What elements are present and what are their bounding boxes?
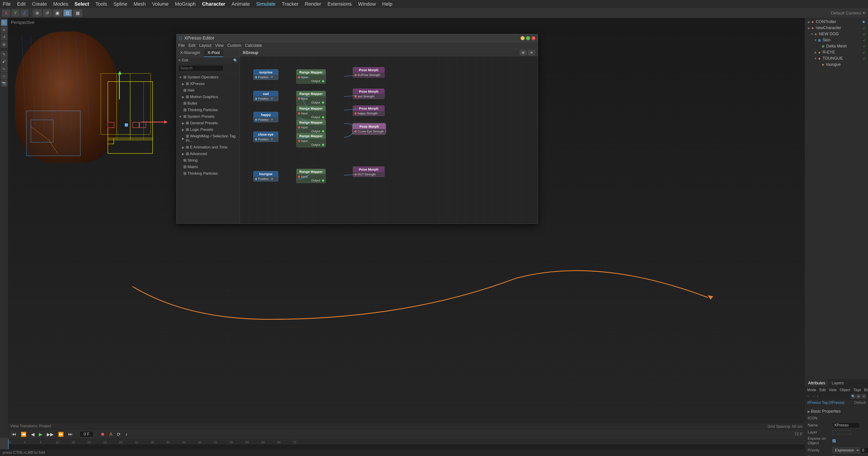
- tool-polygon[interactable]: ◇: [1, 73, 7, 79]
- menu-animate[interactable]: Animate: [231, 1, 250, 7]
- attr-dropdown-priority[interactable]: Expression Initial Animation Generators: [833, 447, 860, 453]
- node-rm-closeeye[interactable]: Range Mapper Input Output: [296, 133, 326, 147]
- attr-layer-swatch[interactable]: [833, 430, 850, 434]
- tool-pointer[interactable]: ↖: [1, 20, 7, 26]
- transport-next-key[interactable]: ⏩: [57, 431, 65, 437]
- tool-camera[interactable]: 📷: [1, 80, 7, 86]
- menu-spline[interactable]: Spline: [114, 1, 127, 7]
- attr-section-basic-props[interactable]: ▶ Basic Properties: [808, 408, 865, 415]
- menu-tracker[interactable]: Tracker: [282, 1, 299, 7]
- xp-tree-item-thinking2[interactable]: ⊞ Thinking Particles: [177, 170, 240, 177]
- tool-paint[interactable]: 🖌: [1, 58, 7, 65]
- xp-tree-item-general-presets[interactable]: ▶ ⊞ General Presets: [177, 120, 240, 126]
- loop-btn[interactable]: ⟳: [116, 431, 122, 437]
- node-rm-surprise[interactable]: Range Mapper Input Output: [296, 69, 326, 84]
- menu-mograph[interactable]: MoGraph: [175, 1, 196, 7]
- tree-item-toungue[interactable]: ▼ ◈ TOUNGUE ✓: [806, 55, 867, 62]
- attr-object-tab[interactable]: Object: [838, 388, 851, 392]
- xp-tree-item-mograph[interactable]: ▶ ⊞ Motion Graphics: [177, 94, 240, 100]
- toolbar-z-axis[interactable]: Z: [21, 10, 28, 17]
- menu-window[interactable]: Window: [358, 1, 376, 7]
- node-toungue[interactable]: toungue Position · X: [253, 171, 278, 182]
- toolbar-btn-4[interactable]: ⊡: [63, 9, 72, 17]
- autokey-btn[interactable]: A: [108, 431, 114, 437]
- tree-item-reye[interactable]: ▶ ◈ R-EYE ✓: [806, 49, 867, 55]
- menu-mesh[interactable]: Mesh: [133, 1, 146, 7]
- menu-render[interactable]: Render: [305, 1, 321, 7]
- menu-extensions[interactable]: Extensions: [328, 1, 352, 7]
- transport-play-fwd[interactable]: ▶▶: [45, 431, 55, 437]
- xp-tree-item-string[interactable]: ⊞ String: [177, 157, 240, 164]
- node-surprise[interactable]: surprise Position · Y: [253, 69, 278, 80]
- menu-modes[interactable]: Modes: [53, 1, 68, 7]
- xp-menu-calculate[interactable]: Calculate: [245, 43, 262, 48]
- tree-item-toungue-sub[interactable]: ◈ toungue: [806, 62, 867, 68]
- xp-tree-item-hair[interactable]: ⊞ Hair: [177, 87, 240, 94]
- xp-tree-item-xpresso[interactable]: ▶ ⊞ XPresso: [177, 80, 240, 87]
- menu-character[interactable]: Character: [202, 1, 225, 7]
- node-rm-happy[interactable]: Range Mapper Input Output: [296, 120, 326, 134]
- xp-tree-item-animation-time[interactable]: ▶ ⊞ E Animation and Time: [177, 144, 240, 151]
- node-pm-toungue[interactable]: Pose Morph OUT Strength: [353, 166, 384, 177]
- menu-volume[interactable]: Volume: [152, 1, 168, 7]
- node-pm-surprise[interactable]: Pose Morph SUPrise Strength: [353, 67, 384, 77]
- attr-nav-up[interactable]: ↑: [817, 394, 818, 398]
- tool-scale[interactable]: ⊞: [1, 41, 7, 47]
- transport-to-start[interactable]: ⏮: [10, 431, 18, 437]
- menu-select[interactable]: Select: [74, 1, 89, 7]
- attr-mode-tab[interactable]: Mode: [806, 388, 817, 392]
- attr-checkbox-expose[interactable]: [833, 439, 836, 443]
- record-btn[interactable]: ⏺: [99, 431, 106, 437]
- xpresso-win-minimize[interactable]: –: [521, 36, 525, 40]
- tree-item-newcharacter[interactable]: ▶ ◈ newCharacter ✓: [806, 25, 867, 31]
- tree-item-controller[interactable]: ▶ ◈ CONTroller: [806, 19, 867, 25]
- node-sad[interactable]: sad Position · Y: [253, 91, 278, 101]
- toolbar-btn-1[interactable]: ⊕: [33, 9, 41, 17]
- node-happy[interactable]: happy Position · Y: [253, 112, 278, 122]
- xp-tree-item-thinking1[interactable]: ⊞ Thinking Particles: [177, 107, 240, 113]
- node-pm-happy[interactable]: Pose Morph happy Strength: [353, 105, 384, 116]
- toolbar-btn-2[interactable]: ↺: [43, 9, 52, 17]
- tool-move[interactable]: ✛: [1, 27, 7, 33]
- attr-tab-layers[interactable]: Layers: [829, 380, 847, 387]
- xpresso-win-close[interactable]: ✕: [531, 36, 535, 40]
- attr-input-name[interactable]: [833, 422, 860, 428]
- attr-view-tab[interactable]: View: [828, 388, 838, 392]
- menu-simulate[interactable]: Simulate: [256, 1, 276, 7]
- toolbar-y-axis[interactable]: Y: [11, 10, 20, 17]
- attr-edit-tab[interactable]: Edit: [818, 388, 827, 392]
- xp-tree-item-matrix[interactable]: ⊞ Matrix: [177, 164, 240, 170]
- xcanvas-btn-1[interactable]: ⊕: [520, 50, 527, 55]
- tool-spline[interactable]: ∿: [1, 66, 7, 72]
- attr-nav-back[interactable]: ←: [807, 394, 810, 398]
- menu-tools[interactable]: Tools: [95, 1, 107, 7]
- xp-tree-item-advanced[interactable]: ▶ ⊞ Advanced: [177, 151, 240, 157]
- toolbar-x-axis[interactable]: X: [2, 10, 10, 17]
- transport-prev-key[interactable]: ⏪: [20, 431, 28, 437]
- attr-bookmarks-tab[interactable]: Bookmarks: [863, 388, 868, 392]
- node-pm-closeeye[interactable]: Pose Morph CLose Eye Strength: [353, 124, 385, 134]
- xp-tree-item-weightmap[interactable]: ▶ ⊞ WeightMap / Selection Tag Pr...: [177, 133, 240, 144]
- toolbar-btn-5[interactable]: ▦: [73, 9, 82, 17]
- tree-item-skin[interactable]: ▼ ▦ Skin ✓: [806, 37, 867, 43]
- tree-item-deltamesh[interactable]: ⊞ Delta Mesh ✓: [806, 43, 867, 49]
- attr-tags-tab[interactable]: Tags: [852, 388, 862, 392]
- xp-search-btn[interactable]: 🔍: [233, 58, 238, 63]
- xp-menu-custom[interactable]: Custom: [227, 43, 241, 48]
- node-close-eye[interactable]: close-eye Position · Y: [253, 131, 278, 142]
- xp-menu-view[interactable]: View: [215, 43, 224, 48]
- xp-tab-manager[interactable]: X-Manager: [177, 49, 204, 57]
- xpresso-canvas[interactable]: XGroup ⊕ ✕: [240, 49, 538, 224]
- xp-tab-pool[interactable]: X-Pool: [204, 49, 223, 57]
- attr-nav-close[interactable]: ✕: [862, 394, 866, 399]
- xp-menu-edit[interactable]: Edit: [188, 43, 195, 48]
- xp-menu-layout[interactable]: Layout: [199, 43, 211, 48]
- attr-priority-value[interactable]: [861, 448, 868, 453]
- attr-nav-add[interactable]: ⊕: [856, 394, 861, 399]
- transport-play[interactable]: ▶: [37, 431, 43, 437]
- toolbar-btn-3[interactable]: ▣: [53, 9, 62, 17]
- xp-search-input[interactable]: [178, 65, 223, 71]
- menu-file[interactable]: File: [3, 1, 11, 7]
- xcanvas-btn-2[interactable]: ✕: [528, 50, 535, 55]
- tool-edit[interactable]: ✎: [1, 51, 7, 57]
